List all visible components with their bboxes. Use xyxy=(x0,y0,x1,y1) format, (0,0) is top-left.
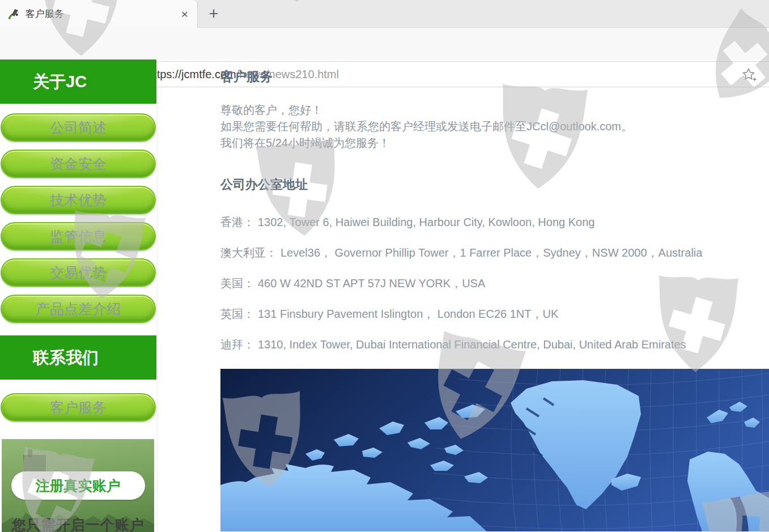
sidebar-item-fund-safety[interactable]: 资金安全 xyxy=(1,150,156,178)
register-banner: 注册真实账户 您只需开启一个账户 xyxy=(2,439,154,532)
sidebar-item-product-spread[interactable]: 产品点差介绍 xyxy=(1,295,156,323)
tab-title: 客户服务 xyxy=(26,7,179,20)
browser-tab-bar: 客户服务 × + xyxy=(0,0,769,28)
sidebar-section-contact: 联系我们 xyxy=(0,335,156,380)
address-row-australia: 澳大利亚：Level36， Governor Phillip Tower，1 F… xyxy=(220,246,769,259)
site-favicon-icon xyxy=(7,7,20,21)
address-text: Level36， Governor Phillip Tower，1 Farrer… xyxy=(281,246,702,259)
intro-line: 如果您需要任何帮助，请联系您的客户经理或发送电子邮件至JCcl@outlook.… xyxy=(220,118,769,135)
intro-line: 我们将在5/24小时竭诚为您服务！ xyxy=(220,135,769,151)
browser-toolbar: https://jcmtfe.com/news/news210.html xyxy=(0,28,769,59)
address-row-usa: 美国：460 W 42ND ST APT 57J NEW YORK，USA xyxy=(220,277,769,290)
address-text: 1302, Tower 6, Haiwei Building, Harbour … xyxy=(258,216,594,228)
sidebar-divider xyxy=(157,59,158,532)
banner-caption: 您只需开启一个账户 xyxy=(2,516,154,532)
tab-close-icon[interactable]: × xyxy=(179,8,190,20)
address-list: 香港：1302, Tower 6, Haiwei Building, Harbo… xyxy=(220,216,769,351)
address-row-hongkong: 香港：1302, Tower 6, Haiwei Building, Harbo… xyxy=(220,216,769,228)
register-account-button[interactable]: 注册真实账户 xyxy=(11,471,145,500)
address-text: 131 Finsbury Pavement Islington， London … xyxy=(258,308,558,320)
intro-paragraph: 尊敬的客户，您好！ 如果您需要任何帮助，请联系您的客户经理或发送电子邮件至JCc… xyxy=(220,102,769,151)
main-content: 客户服务 尊敬的客户，您好！ 如果您需要任何帮助，请联系您的客户经理或发送电子邮… xyxy=(220,59,769,531)
address-text: 460 W 42ND ST APT 57J NEW YORK，USA xyxy=(258,277,485,290)
address-label: 美国： xyxy=(220,277,254,290)
sidebar-item-customer-service[interactable]: 客户服务 xyxy=(1,393,156,422)
address-row-uk: 英国：131 Finsbury Pavement Islington， Lond… xyxy=(220,308,769,320)
address-text: 1310, Index Tower, Dubai International F… xyxy=(258,338,686,351)
address-label: 迪拜： xyxy=(220,338,254,351)
address-label: 英国： xyxy=(220,308,254,320)
intro-line: 尊敬的客户，您好！ xyxy=(220,102,769,118)
office-address-title: 公司办公室地址 xyxy=(220,177,769,192)
sidebar: 关于JC 公司简述 资金安全 技术优势 监管信息 交易优势 产品点差介绍 联系我… xyxy=(0,59,156,532)
browser-tab[interactable]: 客户服务 × xyxy=(0,0,198,28)
address-row-dubai: 迪拜：1310, Index Tower, Dubai Internationa… xyxy=(220,338,769,351)
sidebar-item-trading-advantage[interactable]: 交易优势 xyxy=(1,258,156,287)
address-label: 香港： xyxy=(220,216,254,228)
page-title: 客户服务 xyxy=(220,69,769,84)
new-tab-button[interactable]: + xyxy=(204,5,223,24)
sidebar-item-tech-advantage[interactable]: 技术优势 xyxy=(1,186,156,214)
sidebar-item-company-intro[interactable]: 公司简述 xyxy=(1,113,156,142)
world-map-image xyxy=(220,369,769,531)
sidebar-section-about: 关于JC xyxy=(0,59,156,104)
address-label: 澳大利亚： xyxy=(220,246,277,259)
sidebar-item-regulation-info[interactable]: 监管信息 xyxy=(1,222,156,250)
